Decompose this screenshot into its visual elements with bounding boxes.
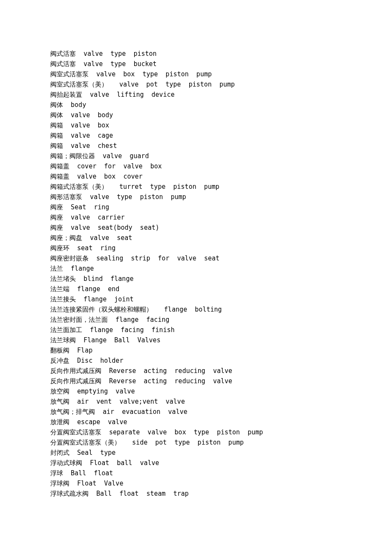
term-cn: 反向作用式减压阀 xyxy=(50,377,101,385)
term-cn: 阀座 xyxy=(50,224,63,231)
glossary-entry: 放空阀 emptying valve xyxy=(50,386,366,396)
term-en: valve pot type piston pump xyxy=(115,81,235,88)
glossary-entry: 法兰堵头 blind flange xyxy=(50,274,366,284)
glossary-entry: 浮球阀 Float Valve xyxy=(50,478,366,489)
term-cn: 阀座；阀盘 xyxy=(50,234,82,242)
term-cn: 法兰球阀 xyxy=(50,336,76,344)
term-en: Seal type xyxy=(77,449,115,457)
glossary-entry: 浮球式疏水阀 Ball float steam trap xyxy=(50,489,366,499)
glossary-list: 阀式活塞 valve type piston阀式活塞 valve type bu… xyxy=(50,49,366,499)
term-en: valve guard xyxy=(103,152,149,160)
glossary-entry: 阀座密封嵌条 sealing strip for valve seat xyxy=(50,253,366,263)
term-cn: 阀座密封嵌条 xyxy=(50,254,89,262)
term-en: valve type bucket xyxy=(84,60,157,68)
term-en: blind flange xyxy=(84,275,133,283)
glossary-entry: 阀式活塞 valve type bucket xyxy=(50,59,366,69)
term-en: valve body xyxy=(71,111,113,119)
term-en: Seat ring xyxy=(71,203,109,211)
term-cn: 封闭式 xyxy=(50,449,69,457)
term-cn: 浮球式疏水阀 xyxy=(50,490,89,497)
term-en: Flange Ball Valves xyxy=(84,336,161,344)
term-en: body xyxy=(71,101,86,109)
document-page: 阀式活塞 valve type piston阀式活塞 valve type bu… xyxy=(0,0,392,555)
term-cn: 翻板阀 xyxy=(50,347,69,354)
glossary-entry: 阀室式活塞泵 valve box type piston pump xyxy=(50,69,366,79)
term-en: Float ball valve xyxy=(90,459,159,467)
term-cn: 阀抬起装置 xyxy=(50,91,82,98)
glossary-entry: 放气阀；排气阀 air evacuation valve xyxy=(50,407,366,417)
term-cn: 反冲盘 xyxy=(50,357,69,364)
term-en: side pot type piston pump xyxy=(128,439,244,446)
glossary-entry: 翻板阀 Flap xyxy=(50,345,366,356)
term-cn: 阀形活塞泵 xyxy=(50,193,82,201)
term-cn: 阀座 xyxy=(50,203,63,211)
term-en: Reverse acting reducing valve xyxy=(109,367,232,375)
term-en: valve carrier xyxy=(71,214,124,221)
glossary-entry: 阀座 valve carrier xyxy=(50,212,366,223)
term-en: cover for valve box xyxy=(77,162,162,170)
term-en: valve type piston pump xyxy=(90,193,186,201)
term-en: valve cage xyxy=(71,132,113,139)
term-en: emptying valve xyxy=(77,387,135,395)
term-en: valve seat(body seat) xyxy=(71,224,159,231)
term-en: Flap xyxy=(77,347,92,354)
term-cn: 放气阀；排气阀 xyxy=(50,408,95,416)
term-en: valve seat xyxy=(90,234,132,242)
glossary-entry: 阀座；阀盘 valve seat xyxy=(50,233,366,243)
glossary-entry: 反向作用式减压阀 Reverse acting reducing valve xyxy=(50,366,366,376)
term-cn: 分置阀室式活塞泵（美） xyxy=(50,439,121,446)
term-cn: 法兰面加工 xyxy=(50,326,82,334)
term-cn: 浮球 xyxy=(50,469,63,477)
glossary-entry: 法兰连接紧固件（双头螺栓和螺帽） flange bolting xyxy=(50,304,366,315)
term-en: air evacuation valve xyxy=(103,408,187,416)
term-cn: 分置阀室式活塞泵 xyxy=(50,428,101,436)
term-cn: 法兰 xyxy=(50,265,63,272)
glossary-entry: 阀箱 valve box xyxy=(50,120,366,130)
term-cn: 阀箱 xyxy=(50,142,63,150)
glossary-entry: 阀箱盖 valve box cover xyxy=(50,171,366,182)
term-en: Ball float steam trap xyxy=(96,490,189,497)
glossary-entry: 阀体 body xyxy=(50,100,366,110)
glossary-entry: 阀箱盖 cover for valve box xyxy=(50,161,366,171)
term-cn: 阀箱 xyxy=(50,132,63,139)
glossary-entry: 法兰密封面，法兰面 flange facing xyxy=(50,315,366,325)
glossary-entry: 放泄阀 escape valve xyxy=(50,417,366,427)
term-en: air vent valve;vent valve xyxy=(77,398,185,405)
glossary-entry: 阀室式活塞泵（美） valve pot type piston pump xyxy=(50,79,366,90)
term-en: seat ring xyxy=(77,244,115,252)
term-en: flange joint xyxy=(84,295,133,303)
term-cn: 阀箱式活塞泵（美） xyxy=(50,183,108,191)
term-en: valve box cover xyxy=(77,173,143,180)
term-cn: 阀箱盖 xyxy=(50,162,69,170)
term-cn: 阀箱 xyxy=(50,121,63,129)
term-en: valve box xyxy=(71,121,109,129)
term-en: valve type piston xyxy=(84,50,157,58)
term-en: turret type piston pump xyxy=(115,183,219,191)
glossary-entry: 法兰球阀 Flange Ball Valves xyxy=(50,335,366,345)
term-en: Float Valve xyxy=(77,480,123,487)
term-cn: 阀座 xyxy=(50,214,63,221)
term-cn: 阀箱；阀限位器 xyxy=(50,152,95,160)
glossary-entry: 分置阀室式活塞泵 separate valve box type piston … xyxy=(50,427,366,437)
term-en: valve chest xyxy=(71,142,117,150)
glossary-entry: 法兰 flange xyxy=(50,263,366,274)
glossary-entry: 阀箱 valve cage xyxy=(50,130,366,141)
term-en: valve lifting device xyxy=(90,91,175,98)
glossary-entry: 法兰面加工 flange facing finish xyxy=(50,325,366,335)
term-cn: 阀式活塞 xyxy=(50,50,76,58)
term-cn: 反向作用式减压阀 xyxy=(50,367,101,375)
term-cn: 阀体 xyxy=(50,111,63,119)
term-en: Ball float xyxy=(71,469,113,477)
glossary-entry: 分置阀室式活塞泵（美） side pot type piston pump xyxy=(50,437,366,448)
term-en: flange facing finish xyxy=(90,326,175,334)
term-en: flange xyxy=(71,265,94,272)
term-cn: 阀体 xyxy=(50,101,63,109)
glossary-entry: 阀箱式活塞泵（美） turret type piston pump xyxy=(50,182,366,192)
term-en: separate valve box type piston pump xyxy=(109,428,263,436)
term-en: flange end xyxy=(77,285,119,293)
term-en: valve box type piston pump xyxy=(96,70,212,78)
term-cn: 放空阀 xyxy=(50,387,69,395)
glossary-entry: 法兰端 flange end xyxy=(50,284,366,294)
term-cn: 法兰密封面，法兰面 xyxy=(50,316,108,324)
glossary-entry: 反冲盘 Disc holder xyxy=(50,356,366,366)
